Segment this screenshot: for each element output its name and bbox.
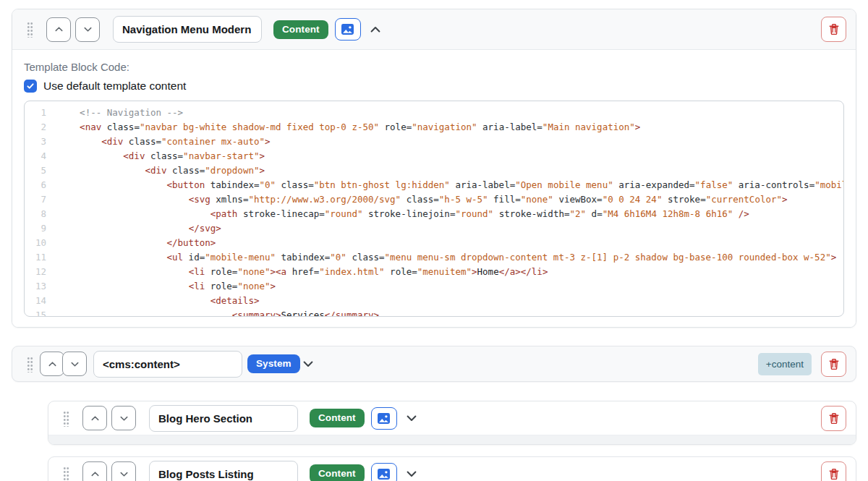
code-content: <li role="none"> xyxy=(58,279,276,294)
code-line: 3 <div class="container mx-auto"> xyxy=(25,135,843,149)
use-default-template-checkbox[interactable] xyxy=(24,80,37,93)
code-line: 13 <li role="none"> xyxy=(25,279,843,294)
code-line: 10 </button> xyxy=(25,236,843,250)
block-type-badge: Content xyxy=(273,20,328,39)
block-header: Content xyxy=(12,9,856,50)
chevron-up-icon xyxy=(47,359,58,370)
drag-handle-icon[interactable] xyxy=(27,356,33,373)
template-blocks-page: Content Template Block Code: Use default… xyxy=(0,0,868,481)
chevron-down-icon xyxy=(119,469,129,480)
block-type-badge: Content xyxy=(310,409,365,427)
code-line: 15 <summary>Services</summary> xyxy=(25,308,843,317)
template-block-code-label: Template Block Code: xyxy=(24,61,844,73)
code-line: 11 <ul id="mobile-menu" tabindex="0" cla… xyxy=(25,250,843,265)
chevron-up-icon xyxy=(90,413,101,424)
code-content: </button> xyxy=(58,236,216,250)
line-number: 15 xyxy=(25,308,58,317)
chevron-up-icon xyxy=(369,23,382,36)
chevron-down-icon xyxy=(405,467,418,480)
image-icon xyxy=(377,412,391,425)
block-name-input[interactable] xyxy=(149,405,298,432)
line-number: 2 xyxy=(25,120,58,135)
code-line: 2 <nav class="navbar bg-white shadow-md … xyxy=(25,120,843,135)
code-content: <li role="none"><a href="index.html" rol… xyxy=(58,265,548,279)
code-line: 4 <div class="navbar-start"> xyxy=(25,149,843,163)
block-name-input[interactable] xyxy=(113,16,262,43)
image-settings-button[interactable] xyxy=(371,407,397,430)
chevron-up-icon xyxy=(54,24,64,35)
trash-icon xyxy=(828,358,840,370)
code-content: <div class="container mx-auto"> xyxy=(58,135,271,149)
block-type-badge: System xyxy=(247,354,300,373)
block-body: Template Block Code: Use default templat… xyxy=(12,50,856,327)
chevron-down-icon xyxy=(405,412,418,425)
line-number: 7 xyxy=(25,192,58,207)
image-settings-button[interactable] xyxy=(335,18,361,41)
image-icon xyxy=(377,468,391,480)
line-number: 3 xyxy=(25,135,58,149)
line-number: 8 xyxy=(25,207,58,221)
delete-block-button[interactable] xyxy=(821,352,846,377)
line-number: 11 xyxy=(25,250,58,265)
move-down-button[interactable] xyxy=(62,352,87,376)
code-content: <summary>Services</summary> xyxy=(58,308,379,317)
use-default-template-row: Use default template content xyxy=(24,80,844,93)
drag-handle-icon[interactable] xyxy=(63,410,69,427)
block-card-blog-posts-listing: Content xyxy=(48,456,856,481)
chevron-down-icon xyxy=(119,413,129,424)
move-down-button[interactable] xyxy=(111,461,136,481)
code-line: 7 <svg xmlns="http://www.w3.org/2000/svg… xyxy=(25,192,843,207)
delete-block-button[interactable] xyxy=(821,406,846,431)
code-content: <ul id="mobile-menu" tabindex="0" class=… xyxy=(58,250,836,265)
code-content: <div class="navbar-start"> xyxy=(58,149,265,163)
move-down-button[interactable] xyxy=(75,17,100,42)
collapse-toggle-button[interactable] xyxy=(404,410,420,426)
block-type-badge: Content xyxy=(310,464,365,481)
chevron-down-icon xyxy=(69,359,80,370)
line-number: 1 xyxy=(25,106,58,120)
line-number: 6 xyxy=(25,178,58,192)
template-code-editor[interactable]: 1 <!-- Navigation -->2 <nav class="navba… xyxy=(24,101,844,317)
collapse-toggle-button[interactable] xyxy=(367,22,383,38)
block-name-input[interactable] xyxy=(149,461,298,481)
move-up-button[interactable] xyxy=(46,17,71,42)
code-line: 14 <details> xyxy=(25,294,843,308)
line-number: 13 xyxy=(25,279,58,294)
code-line: 8 <path stroke-linecap="round" stroke-li… xyxy=(25,207,843,221)
trash-icon xyxy=(828,23,840,35)
code-content: <button tabindex="0" class="btn btn-ghos… xyxy=(58,178,844,192)
line-number: 5 xyxy=(25,163,58,178)
collapse-toggle-button[interactable] xyxy=(300,356,316,372)
code-content: <svg xmlns="http://www.w3.org/2000/svg" … xyxy=(58,192,788,207)
code-lines: 1 <!-- Navigation -->2 <nav class="navba… xyxy=(25,106,843,317)
block-header: Content xyxy=(48,401,856,435)
image-icon xyxy=(341,23,354,35)
drag-handle-icon[interactable] xyxy=(63,466,69,481)
block-name-input[interactable] xyxy=(93,351,242,378)
code-line: 9 </svg> xyxy=(25,221,843,236)
drag-handle-icon[interactable] xyxy=(27,21,33,38)
move-up-button[interactable] xyxy=(82,406,107,430)
code-line: 1 <!-- Navigation --> xyxy=(25,106,843,120)
code-line: 5 <div class="dropdown"> xyxy=(25,163,843,178)
image-settings-button[interactable] xyxy=(371,463,397,481)
line-number: 14 xyxy=(25,294,58,308)
code-content: <path stroke-linecap="round" stroke-line… xyxy=(58,207,749,221)
code-line: 12 <li role="none"><a href="index.html" … xyxy=(25,265,843,279)
code-content: <!-- Navigation --> xyxy=(58,106,183,120)
collapsed-body-strip xyxy=(48,435,856,444)
delete-block-button[interactable] xyxy=(821,17,846,42)
block-card-cms-content: System +content xyxy=(12,346,856,382)
chevron-down-icon xyxy=(302,357,315,370)
move-up-button[interactable] xyxy=(40,352,64,376)
code-content: <div class="dropdown"> xyxy=(58,163,265,178)
delete-block-button[interactable] xyxy=(821,461,846,481)
code-content: <nav class="navbar bg-white shadow-md fi… xyxy=(58,120,640,135)
add-content-button[interactable]: +content xyxy=(758,353,812,375)
move-up-button[interactable] xyxy=(82,461,107,481)
line-number: 9 xyxy=(25,221,58,236)
collapse-toggle-button[interactable] xyxy=(404,466,420,481)
move-down-button[interactable] xyxy=(111,406,136,430)
line-number: 12 xyxy=(25,265,58,279)
chevron-down-icon xyxy=(82,24,93,35)
